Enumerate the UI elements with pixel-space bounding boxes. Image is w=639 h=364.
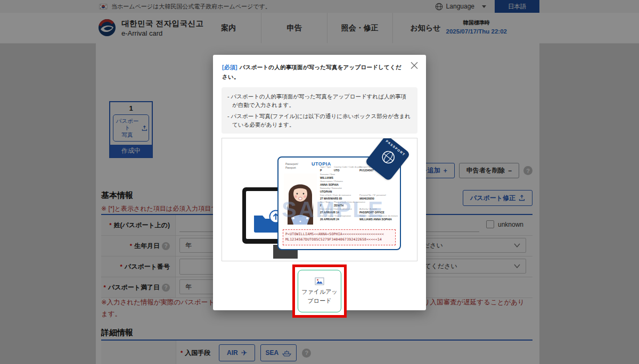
sample-image-box: Passeport/Passport UTOPIA: [222, 138, 417, 261]
passport-field: Type / TypeP: [320, 166, 331, 172]
file-upload-label: ファイルアップロード: [301, 287, 338, 305]
passport-field: Date of issue / Date de délivrance27 APR…: [320, 208, 352, 214]
page: 当ホームページは大韓民国公式電子政府ホームページです。 Language 日本語…: [0, 0, 639, 364]
close-icon[interactable]: [409, 61, 419, 70]
passport-field: Surname / NomWILLIAMS: [320, 173, 335, 179]
modal-header: [必須]パスポートの人的事項面が写った写真をアップロードしてください。: [213, 55, 426, 84]
mrz-zone: P<UTOWILLIAMS<<ANNA<SOPHIA<<<<<<<<<<<<<<…: [283, 229, 396, 245]
passport-field: Authority / AutoritéPASSPORT OFFICE: [359, 208, 384, 214]
file-upload-button[interactable]: ファイルアップロード: [298, 270, 341, 312]
passport-field: Date of birth / Date de naissance27 MAR/…: [320, 194, 351, 200]
passport-photo-illustration: [284, 173, 317, 225]
passport-field: Holder's signature / Signature du titula…: [359, 215, 398, 221]
modal-instructions: - パスポートの人的事項面が写った写真をアップロードすれば人的事項が自動で入力さ…: [222, 87, 417, 134]
mrz-line-2: ML1234567DUTO85C5279F3404067392422658<<<…: [285, 237, 393, 242]
broken-image-icon: [315, 277, 324, 285]
modal-title: [必須]パスポートの人的事項面が写った写真をアップロードしてください。: [222, 64, 402, 80]
passport-field: Nationality / NationalitéUTOPIAN: [320, 187, 342, 193]
upload-section: ファイルアップロード: [213, 264, 426, 318]
required-tag: [必須]: [222, 64, 237, 70]
instruction-bullet: - パスポートの人的事項面が写った写真をアップロードすれば人的事項が自動で入力さ…: [227, 92, 412, 110]
passport-field: Date of expiry / Date d'expiration26 APR…: [320, 215, 351, 221]
mrz-line-1: P<UTOWILLIAMS<<ANNA<SOPHIA<<<<<<<<<<<<<<…: [285, 231, 393, 237]
passport-field: Sex / SexeF: [320, 201, 330, 207]
passport-field: Given names / PrénomsANNA SOPHIA: [320, 180, 343, 186]
passport-field: Personal No. / N° personnel9604020050: [359, 194, 386, 200]
passport-doc-label: Passeport/Passport: [285, 162, 298, 169]
highlight-red-frame: ファイルアップロード: [292, 264, 347, 318]
passport-field: Country Code / Code du paysUTO: [334, 166, 362, 172]
passport-upload-modal: [必須]パスポートの人的事項面が写った写真をアップロードしてください。 - パス…: [213, 55, 426, 310]
instruction-bullet: - パスポート写真(ファイル)には以下の通りに赤いボックス部分が含まれている必要…: [227, 112, 412, 129]
passport-field: Place of birth / Lieu de naissanceZENITH: [334, 201, 365, 207]
